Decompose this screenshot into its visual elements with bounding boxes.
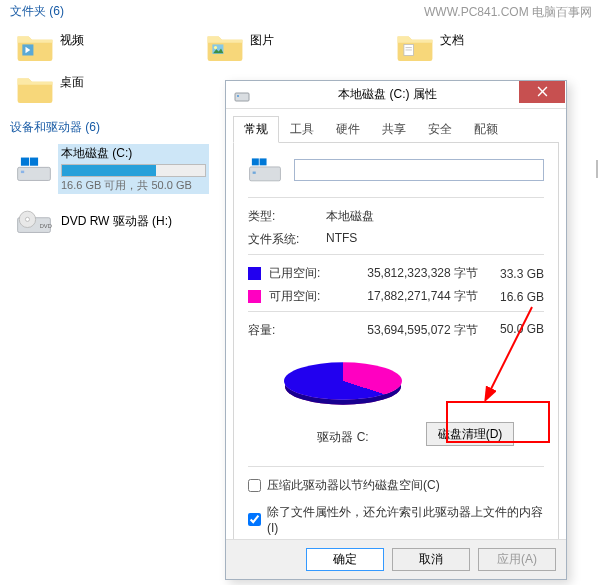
separator	[248, 311, 544, 312]
dvd-drive-icon: DVD	[16, 206, 52, 236]
usage-pie-chart	[284, 362, 402, 399]
tab-sharing[interactable]: 共享	[371, 116, 417, 143]
dvd-drive-name: DVD RW 驱动器 (H:)	[61, 213, 172, 230]
documents-folder-icon	[396, 30, 434, 62]
apply-button[interactable]: 应用(A)	[478, 548, 556, 571]
svg-point-14	[25, 217, 29, 221]
type-label: 类型:	[248, 208, 326, 225]
free-bytes: 17,882,271,744 字节	[337, 288, 488, 305]
filesystem-value: NTFS	[326, 231, 357, 248]
side-separator	[596, 160, 598, 178]
cancel-button[interactable]: 取消	[392, 548, 470, 571]
used-bytes: 35,812,323,328 字节	[337, 265, 488, 282]
drive-usage-bar	[61, 164, 206, 177]
svg-rect-8	[21, 171, 24, 173]
properties-dialog: 本地磁盘 (C:) 属性 常规 工具 硬件 共享 安全 配额 类型: 本地磁盘 …	[225, 80, 567, 580]
svg-text:DVD: DVD	[40, 223, 52, 229]
index-checkbox-row[interactable]: 除了文件属性外，还允许索引此驱动器上文件的内容(I)	[248, 504, 544, 535]
svg-rect-22	[252, 158, 259, 165]
pie-drive-label: 驱动器 C:	[278, 429, 408, 446]
dialog-buttons: 确定 取消 应用(A)	[226, 539, 566, 579]
index-checkbox[interactable]	[248, 513, 261, 526]
tabs: 常规 工具 硬件 共享 安全 配额	[233, 115, 559, 143]
videos-folder-icon	[16, 30, 54, 62]
compress-checkbox-row[interactable]: 压缩此驱动器以节约磁盘空间(C)	[248, 477, 544, 494]
tab-hardware[interactable]: 硬件	[325, 116, 371, 143]
free-hr: 16.6 GB	[488, 290, 544, 304]
separator	[248, 466, 544, 467]
dialog-titlebar[interactable]: 本地磁盘 (C:) 属性	[226, 81, 566, 109]
disk-cleanup-button[interactable]: 磁盘清理(D)	[426, 422, 514, 446]
used-hr: 33.3 GB	[488, 267, 544, 281]
tab-general[interactable]: 常规	[233, 116, 279, 143]
svg-rect-23	[260, 158, 267, 165]
folders-row-1: 视频 图片 文档	[0, 26, 600, 66]
svg-rect-7	[18, 167, 51, 180]
folder-label: 桌面	[60, 72, 84, 91]
folder-pictures[interactable]: 图片	[206, 26, 396, 66]
filesystem-label: 文件系统:	[248, 231, 326, 248]
used-label: 已用空间:	[269, 265, 337, 282]
drive-icon	[16, 154, 52, 184]
drive-small-icon	[234, 87, 250, 103]
used-color-swatch	[248, 267, 261, 280]
dialog-title: 本地磁盘 (C:) 属性	[256, 86, 519, 103]
folder-documents[interactable]: 文档	[396, 26, 586, 66]
drive-subtext: 16.6 GB 可用，共 50.0 GB	[61, 178, 206, 193]
folder-desktop[interactable]: 桌面	[16, 68, 206, 108]
free-label: 可用空间:	[269, 288, 337, 305]
capacity-label: 容量:	[248, 322, 336, 339]
drive-usage-fill	[62, 165, 156, 176]
close-button[interactable]	[519, 81, 565, 103]
drive-name: 本地磁盘 (C:)	[61, 145, 206, 162]
tab-tools[interactable]: 工具	[279, 116, 325, 143]
compress-label: 压缩此驱动器以节约磁盘空间(C)	[267, 477, 440, 494]
watermark-text: WWW.PC841.COM 电脑百事网	[424, 4, 592, 21]
capacity-hr: 50.0 GB	[488, 322, 544, 339]
separator	[248, 197, 544, 198]
volume-name-input[interactable]	[294, 159, 544, 181]
general-tabpanel: 类型: 本地磁盘 文件系统: NTFS 已用空间: 35,812,323,328…	[233, 143, 559, 551]
svg-point-3	[214, 46, 217, 49]
svg-rect-10	[30, 158, 38, 166]
capacity-bytes: 53,694,595,072 字节	[336, 322, 488, 339]
svg-rect-9	[21, 158, 29, 166]
close-icon	[537, 86, 548, 97]
folder-label: 视频	[60, 30, 84, 49]
separator	[248, 254, 544, 255]
index-label: 除了文件属性外，还允许索引此驱动器上文件的内容(I)	[267, 504, 544, 535]
compress-checkbox[interactable]	[248, 479, 261, 492]
tab-security[interactable]: 安全	[417, 116, 463, 143]
tab-quota[interactable]: 配额	[463, 116, 509, 143]
drive-large-icon	[248, 155, 282, 185]
folder-label: 图片	[250, 30, 274, 49]
desktop-folder-icon	[16, 72, 54, 104]
ok-button[interactable]: 确定	[306, 548, 384, 571]
type-value: 本地磁盘	[326, 208, 374, 225]
svg-rect-21	[253, 172, 256, 174]
free-color-swatch	[248, 290, 261, 303]
pictures-folder-icon	[206, 30, 244, 62]
folder-label: 文档	[440, 30, 464, 49]
svg-rect-17	[237, 95, 239, 97]
folder-videos[interactable]: 视频	[16, 26, 206, 66]
